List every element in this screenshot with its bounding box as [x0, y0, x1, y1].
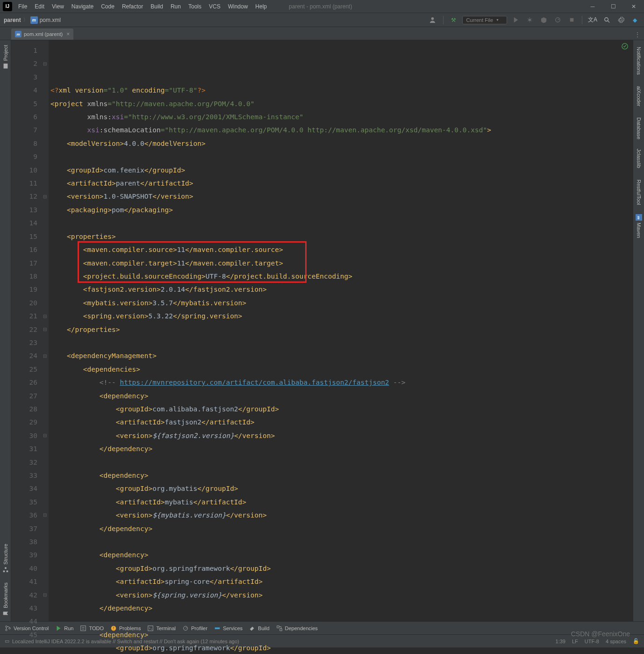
main-area: Project Structure Bookmarks 123456789101… [0, 40, 644, 621]
svg-rect-5 [3, 64, 7, 69]
title-bar: IJ File Edit View Navigate Code Refactor… [0, 0, 644, 13]
tool-structure[interactable]: Structure [1, 539, 10, 578]
editor[interactable]: 1234567891011121314151617181920212223242… [11, 40, 633, 621]
maven-file-icon: m [30, 16, 38, 24]
menu-view[interactable]: View [49, 2, 67, 11]
breadcrumb-root[interactable]: parent [4, 17, 21, 23]
search-icon[interactable] [601, 14, 612, 26]
window-controls: ─ ☐ ✕ [582, 0, 644, 13]
menu-window[interactable]: Window [225, 2, 251, 11]
hammer-icon[interactable]: ⚒ [448, 14, 459, 26]
menu-edit[interactable]: Edit [31, 2, 48, 11]
menu-file[interactable]: File [15, 2, 30, 11]
svg-point-14 [6, 629, 7, 631]
plugin-icon[interactable]: ◆ [629, 14, 640, 26]
chevron-right-icon: 〉 [23, 16, 29, 24]
profiler-icon[interactable] [552, 14, 563, 26]
svg-rect-6 [3, 571, 5, 573]
tool-database[interactable]: Database [635, 111, 643, 144]
debug-icon[interactable] [524, 14, 535, 26]
user-icon[interactable] [427, 14, 438, 26]
tool-aixcoder[interactable]: aiXcoder [635, 79, 643, 111]
navigation-bar: parent 〉 m pom.xml ⚒ Current File 文A ◆ [0, 13, 644, 27]
inspection-indicator[interactable] [622, 43, 628, 50]
menu-refactor[interactable]: Refactor [119, 2, 146, 11]
tool-notifications[interactable]: Notifications [635, 40, 643, 79]
editor-tabs: m pom.xml (parent) × ⋮ [0, 27, 644, 40]
svg-point-13 [6, 625, 7, 627]
window-title: parent - pom.xml (parent) [289, 3, 352, 10]
watermark: CSDN @FeenixOne [571, 630, 630, 638]
tab-label: pom.xml (parent) [24, 31, 63, 37]
svg-point-1 [528, 19, 531, 22]
tab-menu-icon[interactable]: ⋮ [631, 29, 644, 40]
svg-point-4 [604, 18, 608, 22]
toolbar-actions: ⚒ Current File 文A ◆ [427, 14, 640, 26]
svg-point-15 [9, 627, 11, 629]
tool-bookmarks[interactable]: Bookmarks [1, 578, 10, 621]
settings-icon[interactable] [615, 14, 626, 26]
svg-rect-8 [5, 568, 7, 569]
coverage-icon[interactable] [538, 14, 549, 26]
menu-tools[interactable]: Tools [185, 2, 205, 11]
menu-run[interactable]: Run [167, 2, 184, 11]
left-toolwindow-bar: Project Structure Bookmarks [0, 40, 11, 621]
tool-jclasslib[interactable]: Jclasslib [635, 144, 643, 173]
app-icon: IJ [3, 2, 12, 11]
line-numbers[interactable]: 1234567891011121314151617181920212223242… [11, 40, 41, 621]
run-config-dropdown[interactable]: Current File [462, 16, 507, 24]
code-content[interactable]: <?xml version="1.0" encoding="UTF-8"?><p… [49, 40, 633, 621]
breadcrumb-file[interactable]: pom.xml [40, 17, 61, 23]
lock-icon[interactable]: 🔓 [633, 638, 639, 644]
minimize-button[interactable]: ─ [582, 0, 603, 13]
svg-point-0 [431, 17, 434, 20]
svg-rect-7 [6, 571, 8, 573]
close-tab-icon[interactable]: × [66, 31, 70, 37]
translate-icon[interactable]: 文A [587, 14, 598, 26]
editor-tab-active[interactable]: m pom.xml (parent) × [11, 29, 73, 40]
status-icon[interactable]: ▭ [5, 638, 9, 644]
menu-build[interactable]: Build [147, 2, 166, 11]
right-toolwindow-bar: Notifications aiXcoder Database Jclassli… [633, 40, 644, 621]
fold-gutter[interactable]: ⊟⊟⊟⊟⊟⊟⊟⊟ [41, 40, 49, 621]
breadcrumb[interactable]: parent 〉 m pom.xml [4, 16, 61, 24]
svg-rect-3 [570, 18, 573, 22]
maximize-button[interactable]: ☐ [603, 0, 623, 13]
menu-code[interactable]: Code [98, 2, 118, 11]
tool-restfultool[interactable]: RestfulTool [635, 173, 643, 209]
stop-icon[interactable] [566, 14, 577, 26]
tool-maven[interactable]: mMaven [634, 209, 644, 243]
menu-vcs[interactable]: VCS [206, 2, 224, 11]
run-icon[interactable] [510, 14, 521, 26]
tool-project[interactable]: Project [1, 40, 10, 74]
close-button[interactable]: ✕ [623, 0, 644, 13]
main-menu: File Edit View Navigate Code Refactor Bu… [15, 2, 270, 11]
menu-help[interactable]: Help [252, 2, 270, 11]
maven-file-icon: m [15, 31, 21, 37]
menu-navigate[interactable]: Navigate [68, 2, 97, 11]
